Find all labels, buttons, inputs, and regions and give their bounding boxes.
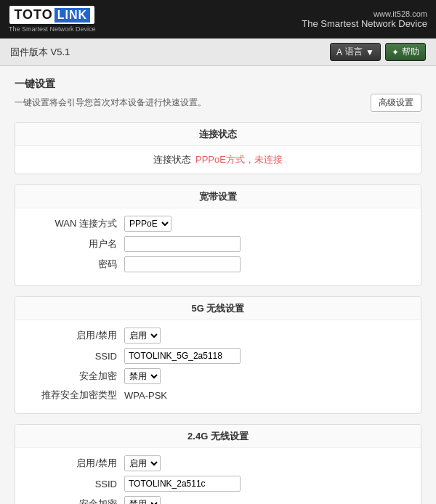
2g-security-row: 安全加密 禁用 启用 bbox=[30, 496, 406, 504]
2g-ssid-input[interactable] bbox=[124, 476, 241, 492]
wan-type-label: WAN 连接方式 bbox=[30, 217, 124, 230]
2g-security-label: 安全加密 bbox=[30, 497, 124, 504]
quick-setup-title: 一键设置 bbox=[15, 78, 421, 91]
5g-security-row: 安全加密 禁用 启用 bbox=[30, 368, 406, 384]
5g-ssid-row: SSID bbox=[30, 348, 406, 364]
5g-enable-label: 启用/禁用 bbox=[30, 329, 124, 342]
broadband-settings-card: 宽带设置 WAN 连接方式 PPPoE DHCP 静态IP 用户名 密码 bbox=[15, 184, 421, 286]
wifi-2g-body: 启用/禁用 启用 禁用 SSID 安全加密 禁用 启用 推荐安全加密类型 WPA… bbox=[15, 448, 421, 504]
2g-enable-label: 启用/禁用 bbox=[30, 457, 124, 470]
wifi-2g-card: 2.4G 无线设置 启用/禁用 启用 禁用 SSID 安全加密 禁用 启用 bbox=[15, 424, 421, 504]
header-right: www.it528.com The Smartest Network Devic… bbox=[302, 9, 427, 29]
2g-enable-row: 启用/禁用 启用 禁用 bbox=[30, 455, 406, 471]
connection-status-row: 连接状态 PPPoE方式，未连接 bbox=[15, 146, 421, 174]
username-row: 用户名 bbox=[30, 236, 406, 252]
quick-setup-desc-row: 一键设置将会引导您首次对本设备进行快速设置。 高级设置 bbox=[15, 94, 421, 112]
toolbar-buttons: A 语言 ▼ ✦ 帮助 bbox=[330, 43, 426, 61]
logo-area: TOTO LINK The Smartest Network Device bbox=[9, 6, 96, 33]
password-label: 密码 bbox=[30, 258, 124, 271]
logo-tagline: The Smartest Network Device bbox=[9, 25, 96, 33]
username-label: 用户名 bbox=[30, 237, 124, 251]
logo: TOTO LINK bbox=[9, 6, 94, 24]
lang-icon: A bbox=[336, 47, 342, 57]
5g-ssid-label: SSID bbox=[30, 351, 124, 362]
username-input[interactable] bbox=[124, 236, 241, 252]
wifi-5g-body: 启用/禁用 启用 禁用 SSID 安全加密 禁用 启用 推荐安全加密类型 WPA… bbox=[15, 320, 421, 413]
help-label: 帮助 bbox=[402, 46, 419, 58]
advanced-settings-button[interactable]: 高级设置 bbox=[371, 94, 421, 112]
5g-ssid-input[interactable] bbox=[124, 348, 241, 364]
toolbar: 固件版本 V5.1 A 语言 ▼ ✦ 帮助 bbox=[0, 38, 436, 66]
wifi-2g-title: 2.4G 无线设置 bbox=[15, 425, 421, 448]
logo-link: LINK bbox=[54, 8, 90, 23]
main-content: 一键设置 一键设置将会引导您首次对本设备进行快速设置。 高级设置 连接状态 连接… bbox=[0, 66, 436, 504]
2g-security-select[interactable]: 禁用 启用 bbox=[124, 496, 161, 504]
connection-status-card: 连接状态 连接状态 PPPoE方式，未连接 bbox=[15, 122, 421, 174]
firmware-version: 固件版本 V5.1 bbox=[10, 46, 70, 59]
broadband-title: 宽带设置 bbox=[15, 185, 421, 208]
header: TOTO LINK The Smartest Network Device ww… bbox=[0, 0, 436, 38]
header-slogan: The Smartest Network Device bbox=[302, 18, 427, 29]
wifi-5g-title: 5G 无线设置 bbox=[15, 297, 421, 320]
5g-enable-select[interactable]: 启用 禁用 bbox=[124, 328, 161, 344]
5g-rec-label: 推荐安全加密类型 bbox=[30, 389, 124, 402]
2g-enable-select[interactable]: 启用 禁用 bbox=[124, 455, 161, 471]
password-row: 密码 bbox=[30, 256, 406, 272]
language-button[interactable]: A 语言 ▼ bbox=[330, 43, 381, 61]
watermark: www.it528.com bbox=[302, 9, 427, 18]
help-button[interactable]: ✦ 帮助 bbox=[385, 43, 426, 61]
5g-rec-row: 推荐安全加密类型 WPA-PSK bbox=[30, 389, 406, 402]
connection-status-title: 连接状态 bbox=[15, 123, 421, 146]
wifi-5g-card: 5G 无线设置 启用/禁用 启用 禁用 SSID 安全加密 禁用 启用 bbox=[15, 296, 421, 414]
5g-rec-value: WPA-PSK bbox=[124, 390, 167, 401]
lang-arrow-icon: ▼ bbox=[366, 47, 374, 57]
quick-setup-section: 一键设置 一键设置将会引导您首次对本设备进行快速设置。 高级设置 bbox=[15, 78, 421, 112]
status-label: 连接状态 bbox=[153, 153, 191, 166]
wan-type-row: WAN 连接方式 PPPoE DHCP 静态IP bbox=[30, 216, 406, 232]
broadband-body: WAN 连接方式 PPPoE DHCP 静态IP 用户名 密码 bbox=[15, 208, 421, 285]
5g-security-label: 安全加密 bbox=[30, 370, 124, 383]
status-value: PPPoE方式，未连接 bbox=[195, 153, 283, 166]
2g-ssid-row: SSID bbox=[30, 476, 406, 492]
quick-setup-desc: 一键设置将会引导您首次对本设备进行快速设置。 bbox=[15, 97, 206, 109]
lang-label: 语言 bbox=[345, 46, 363, 58]
5g-enable-row: 启用/禁用 启用 禁用 bbox=[30, 328, 406, 344]
logo-toto: TOTO bbox=[14, 7, 52, 23]
wan-type-select[interactable]: PPPoE DHCP 静态IP bbox=[124, 216, 171, 232]
5g-security-select[interactable]: 禁用 启用 bbox=[124, 368, 161, 384]
2g-ssid-label: SSID bbox=[30, 479, 124, 489]
help-icon: ✦ bbox=[392, 47, 399, 57]
password-input[interactable] bbox=[124, 256, 241, 272]
